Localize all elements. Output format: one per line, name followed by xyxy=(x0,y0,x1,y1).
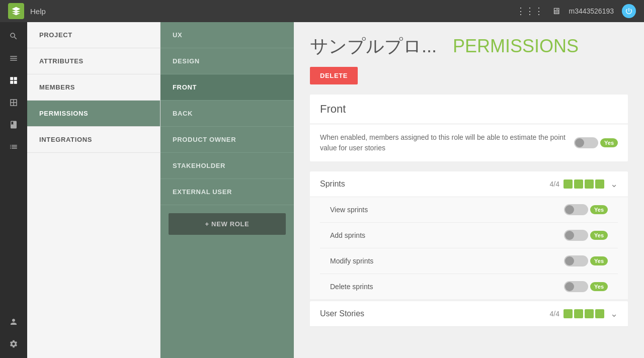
modify-sprints-toggle[interactable]: Yes xyxy=(564,255,608,266)
new-role-button[interactable]: + NEW ROLE xyxy=(169,213,286,235)
add-sprints-label: Add sprints xyxy=(330,231,564,239)
sidebar-icons xyxy=(0,22,27,358)
nav-item-members[interactable]: MEMBERS xyxy=(27,74,160,101)
role-item-external-user[interactable]: EXTERNAL USER xyxy=(160,179,294,205)
role-sidebar: UX DESIGN FRONT BACK PRODUCT OWNER STAKE… xyxy=(160,22,294,358)
role-item-stakeholder[interactable]: STAKEHOLDER xyxy=(160,153,294,179)
content-header: サンプルプロ... PERMISSIONS xyxy=(310,34,628,59)
role-card-title: Front xyxy=(310,95,628,124)
estimate-toggle-knob xyxy=(575,138,584,147)
estimate-toggle-row: When enabled, members assigned to this r… xyxy=(310,124,628,161)
permission-item-add-sprints: Add sprints Yes xyxy=(320,223,618,248)
nav-item-attributes[interactable]: ATTRIBUTES xyxy=(27,48,160,74)
sidebar-icon-settings[interactable] xyxy=(4,334,24,354)
delete-button[interactable]: DELETE xyxy=(310,67,358,84)
modify-sprints-track[interactable] xyxy=(564,255,588,266)
add-sprints-knob xyxy=(565,231,574,240)
user-stories-section: User Stories 4/4 ⌄ xyxy=(310,301,628,327)
sprints-permission-items: View sprints Yes Add sprints Yes xyxy=(310,197,628,299)
view-sprints-toggle[interactable]: Yes xyxy=(564,204,608,215)
user-stories-label: User Stories xyxy=(320,309,550,318)
estimate-description: When enabled, members assigned to this r… xyxy=(320,132,566,153)
sprints-count: 4/4 xyxy=(550,180,559,188)
project-title: サンプルプロ... xyxy=(310,34,437,59)
username-label: m3443526193 xyxy=(569,7,614,15)
user-stories-bars xyxy=(564,309,604,318)
view-sprints-knob xyxy=(565,205,574,214)
role-item-product-owner[interactable]: PRODUCT OWNER xyxy=(160,127,294,153)
sidebar-icon-board[interactable] xyxy=(4,70,24,91)
sprints-bars xyxy=(564,180,604,189)
delete-sprints-track[interactable] xyxy=(564,281,588,292)
add-sprints-yes: Yes xyxy=(590,231,608,240)
sprints-bar-4 xyxy=(595,180,604,189)
add-sprints-track[interactable] xyxy=(564,230,588,241)
modify-sprints-yes: Yes xyxy=(590,256,608,265)
grid-icon[interactable]: ⋮⋮⋮ xyxy=(516,6,543,17)
user-stories-count: 4/4 xyxy=(550,310,559,318)
delete-sprints-toggle[interactable]: Yes xyxy=(564,281,608,292)
monitor-icon[interactable]: 🖥 xyxy=(551,6,560,17)
permission-item-modify-sprints: Modify sprints Yes xyxy=(320,248,618,274)
permission-item-view-sprints: View sprints Yes xyxy=(320,197,618,223)
power-button[interactable] xyxy=(622,4,636,18)
sprints-section: Sprints 4/4 ⌄ View sprints xyxy=(310,171,628,299)
estimate-toggle-track[interactable] xyxy=(574,137,598,148)
app-logo[interactable] xyxy=(8,3,24,19)
sprints-bar-2 xyxy=(574,180,583,189)
nav-item-project[interactable]: PROJECT xyxy=(27,22,160,48)
add-sprints-toggle[interactable]: Yes xyxy=(564,230,608,241)
delete-sprints-yes: Yes xyxy=(590,282,608,291)
user-stories-chevron-icon: ⌄ xyxy=(610,308,618,319)
role-item-back[interactable]: BACK xyxy=(160,101,294,127)
user-stories-bar-3 xyxy=(585,309,594,318)
main-layout: PROJECT ATTRIBUTES MEMBERS PERMISSIONS I… xyxy=(0,22,644,358)
permissions-title: PERMISSIONS xyxy=(453,36,579,57)
sprints-bar-1 xyxy=(564,180,573,189)
sidebar-icon-table[interactable] xyxy=(4,93,24,113)
view-sprints-yes: Yes xyxy=(590,205,608,214)
sprints-section-header[interactable]: Sprints 4/4 ⌄ xyxy=(310,171,628,197)
modify-sprints-knob xyxy=(565,256,574,265)
content-area: サンプルプロ... PERMISSIONS DELETE Front When … xyxy=(294,22,644,358)
delete-sprints-knob xyxy=(565,282,574,291)
permission-item-delete-sprints: Delete sprints Yes xyxy=(320,274,618,299)
sprints-chevron-icon: ⌄ xyxy=(610,178,618,190)
sprints-label: Sprints xyxy=(320,180,550,189)
role-item-ux[interactable]: UX xyxy=(160,22,294,48)
sidebar-icon-user[interactable] xyxy=(4,312,24,332)
nav-item-permissions[interactable]: PERMISSIONS xyxy=(27,101,160,127)
help-label: Help xyxy=(30,7,516,16)
sidebar-icon-book[interactable] xyxy=(4,115,24,135)
topbar: Help ⋮⋮⋮ 🖥 m3443526193 xyxy=(0,0,644,22)
user-stories-bar-4 xyxy=(595,309,604,318)
topbar-right: ⋮⋮⋮ 🖥 m3443526193 xyxy=(516,4,636,18)
sidebar-icon-list[interactable] xyxy=(4,137,24,157)
sidebar-icon-menu[interactable] xyxy=(4,48,24,68)
view-sprints-label: View sprints xyxy=(330,206,564,214)
nav-menu: PROJECT ATTRIBUTES MEMBERS PERMISSIONS I… xyxy=(27,22,160,358)
view-sprints-track[interactable] xyxy=(564,204,588,215)
user-stories-bar-1 xyxy=(564,309,573,318)
sprints-bar-3 xyxy=(585,180,594,189)
role-item-design[interactable]: DESIGN xyxy=(160,48,294,74)
user-stories-section-header[interactable]: User Stories 4/4 ⌄ xyxy=(310,301,628,327)
sidebar-icon-search[interactable] xyxy=(4,26,24,46)
estimate-toggle[interactable]: Yes xyxy=(574,137,618,148)
role-item-front[interactable]: FRONT xyxy=(160,74,294,101)
estimate-toggle-yes: Yes xyxy=(600,138,618,147)
role-card: Front When enabled, members assigned to … xyxy=(310,95,628,161)
nav-item-integrations[interactable]: INTEGRATIONS xyxy=(27,127,160,153)
user-stories-bar-2 xyxy=(574,309,583,318)
modify-sprints-label: Modify sprints xyxy=(330,257,564,265)
delete-sprints-label: Delete sprints xyxy=(330,283,564,291)
